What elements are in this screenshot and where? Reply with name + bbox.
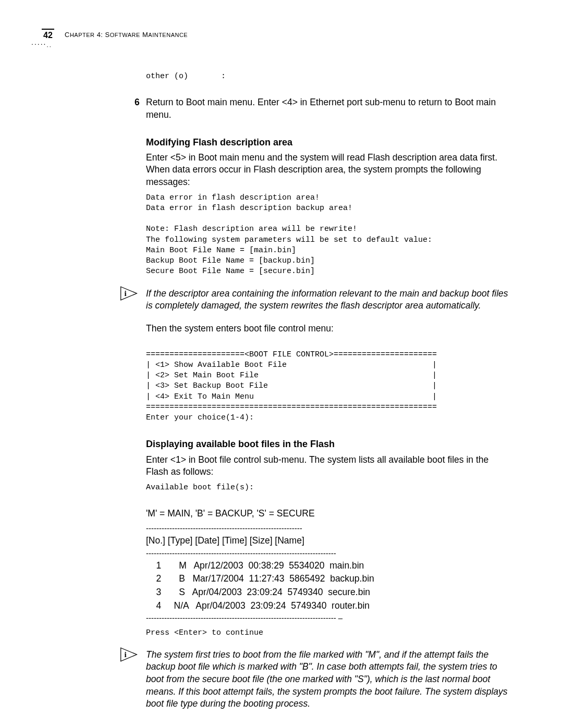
code-block-boot-control: =====================<BOOT FILE CONTROL>… <box>146 350 511 424</box>
svg-marker-2 <box>121 648 137 661</box>
table-end-line: ----------------------------------------… <box>146 613 511 623</box>
page-header: 42 CHAPTER 4: SOFTWARE MAINTENANCE <box>42 29 516 40</box>
step-number-6: 6 <box>134 96 140 109</box>
note-2-text: The system first tries to boot from the … <box>146 649 511 710</box>
code-available-boot: Available boot file(s): <box>146 483 511 493</box>
table-row: 2 B Mar/17/2004 11:27:43 5865492 backup.… <box>146 573 511 585</box>
svg-text:i: i <box>125 650 127 659</box>
code-block-flash-error: Data error in flash description area! Da… <box>146 193 511 277</box>
table-hdr-line: ----------------------------------------… <box>146 523 511 534</box>
para-flash-desc: Enter <5> in Boot main menu and the syst… <box>146 152 511 189</box>
table-sep-1: ----------------------------------------… <box>146 548 511 559</box>
svg-text:i: i <box>125 289 127 298</box>
info-icon: i <box>120 647 138 662</box>
dots-decoration: ······· <box>31 40 52 50</box>
step-6: 6 Return to Boot main menu. Enter <4> in… <box>146 96 511 121</box>
main-content: other (o) : 6 Return to Boot main menu. … <box>146 71 511 710</box>
code-block-other: other (o) : <box>146 71 511 82</box>
note-1-text: If the descriptor area containing the in… <box>146 288 511 312</box>
para-then-enters: Then the system enters boot file control… <box>146 323 511 335</box>
code-press-enter: Press <Enter> to continue <box>146 628 511 638</box>
note-block-1: i If the descriptor area containing the … <box>146 288 511 312</box>
note-block-2: i The system first tries to boot from th… <box>146 649 511 710</box>
table-row: 3 S Apr/04/2003 23:09:24 5749340 secure.… <box>146 586 511 599</box>
page-number: 42 <box>42 29 54 40</box>
heading-modifying-flash: Modifying Flash description area <box>146 136 511 149</box>
svg-marker-0 <box>121 287 137 300</box>
chapter-title: CHAPTER 4: SOFTWARE MAINTENANCE <box>65 31 188 39</box>
legend-line: 'M' = MAIN, 'B' = BACKUP, 'S' = SECURE <box>146 508 511 520</box>
info-icon: i <box>120 286 138 301</box>
table-row: 1 M Apr/12/2003 00:38:29 5534020 main.bi… <box>146 560 511 572</box>
step-6-text: Return to Boot main menu. Enter <4> in E… <box>146 97 496 120</box>
document-page: 42 CHAPTER 4: SOFTWARE MAINTENANCE ·····… <box>0 0 563 728</box>
table-header-row: [No.] [Type] [Date] [Time] [Size] [Name] <box>146 535 511 547</box>
para-display-boot: Enter <1> in Boot file control sub-menu.… <box>146 454 511 478</box>
heading-displaying-boot: Displaying available boot files in the F… <box>146 438 511 450</box>
table-row: 4 N/A Apr/04/2003 23:09:24 5749340 route… <box>146 600 511 612</box>
